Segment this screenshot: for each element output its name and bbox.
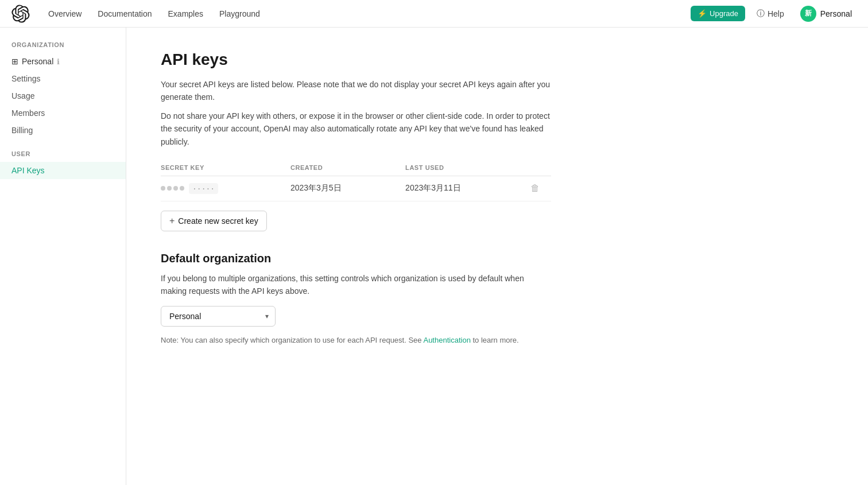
desc-paragraph-1: Your secret API keys are listed below. P… [161, 78, 551, 104]
sidebar-members-label: Members [11, 108, 45, 118]
create-secret-key-button[interactable]: + Create new secret key [161, 211, 267, 231]
sidebar-billing-label: Billing [11, 126, 33, 135]
key-dot-3 [173, 186, 178, 191]
col-created: CREATED [290, 160, 405, 176]
nav-links: Overview Documentation Examples Playgrou… [41, 6, 691, 22]
org-select[interactable]: Personal [161, 306, 276, 327]
nav-right: ⚡ Upgrade ⓘ Help 新 Personal [691, 3, 857, 24]
sidebar-item-usage[interactable]: Usage [0, 87, 126, 104]
nav-documentation[interactable]: Documentation [91, 6, 158, 22]
org-select-wrapper: Personal ▾ [161, 306, 276, 327]
default-org-title: Default organization [161, 252, 723, 265]
sidebar-personal-row[interactable]: ⊞ Personal ℹ [0, 53, 126, 70]
org-section: ORGANIZATION ⊞ Personal ℹ Settings Usage… [0, 41, 126, 139]
avatar: 新 [800, 6, 816, 22]
sidebar-usage-label: Usage [11, 91, 34, 100]
api-keys-table: SECRET KEY CREATED LAST USED [161, 160, 551, 201]
table-row: ····· 2023年3月5日 2023年3月11日 🗑 [161, 176, 551, 201]
main-content: API keys Your secret API keys are listed… [126, 28, 758, 485]
create-btn-label: Create new secret key [178, 216, 258, 226]
sidebar-item-members[interactable]: Members [0, 104, 126, 122]
org-section-label: ORGANIZATION [0, 41, 126, 53]
nav-examples[interactable]: Examples [161, 6, 210, 22]
bolt-icon: ⚡ [698, 9, 707, 18]
help-button[interactable]: ⓘ Help [752, 5, 789, 22]
user-label: Personal [820, 9, 852, 18]
note-prefix: Note: You can also specify which organiz… [161, 336, 423, 344]
building-icon: ⊞ [11, 57, 18, 66]
key-dot-2 [167, 186, 172, 191]
sidebar-api-keys-label: API Keys [11, 166, 45, 175]
key-created-date: 2023年3月5日 [290, 176, 405, 201]
note-text: Note: You can also specify which organiz… [161, 335, 528, 346]
top-nav: Overview Documentation Examples Playgrou… [0, 0, 868, 28]
sidebar: ORGANIZATION ⊞ Personal ℹ Settings Usage… [0, 28, 126, 485]
key-partial-value: ····· [189, 183, 218, 194]
upgrade-button[interactable]: ⚡ Upgrade [691, 6, 745, 21]
sidebar-item-billing[interactable]: Billing [0, 122, 126, 139]
note-suffix: to learn more. [471, 336, 519, 344]
delete-key-button[interactable]: 🗑 [530, 183, 540, 193]
col-secret-key: SECRET KEY [161, 160, 290, 176]
key-dots [161, 186, 184, 191]
logo[interactable] [11, 5, 30, 23]
help-circle-icon: ⓘ [757, 9, 765, 19]
layout: ORGANIZATION ⊞ Personal ℹ Settings Usage… [0, 28, 868, 485]
authentication-link[interactable]: Authentication [423, 336, 470, 344]
nav-overview[interactable]: Overview [41, 6, 88, 22]
col-last-used: LAST USED [405, 160, 530, 176]
sidebar-item-settings[interactable]: Settings [0, 70, 126, 87]
plus-icon: + [169, 216, 175, 226]
help-label: Help [768, 9, 784, 18]
page-title: API keys [161, 51, 723, 69]
avatar-initial: 新 [805, 9, 812, 18]
upgrade-label: Upgrade [710, 9, 738, 18]
key-dot-1 [161, 186, 165, 191]
sidebar-org-personal-label: Personal [22, 57, 53, 66]
key-dot-4 [180, 186, 184, 191]
info-icon: ℹ [57, 57, 60, 66]
nav-playground[interactable]: Playground [212, 6, 267, 22]
desc-paragraph-2: Do not share your API key with others, o… [161, 110, 551, 148]
user-menu-button[interactable]: 新 Personal [796, 3, 857, 24]
user-section: USER API Keys [0, 150, 126, 179]
default-org-desc: If you belong to multiple organizations,… [161, 272, 528, 298]
user-section-label: USER [0, 150, 126, 162]
key-masked-cell: ····· [161, 183, 290, 194]
sidebar-settings-label: Settings [11, 74, 41, 83]
sidebar-item-api-keys[interactable]: API Keys [0, 162, 126, 179]
key-last-used-date: 2023年3月11日 [405, 176, 530, 201]
